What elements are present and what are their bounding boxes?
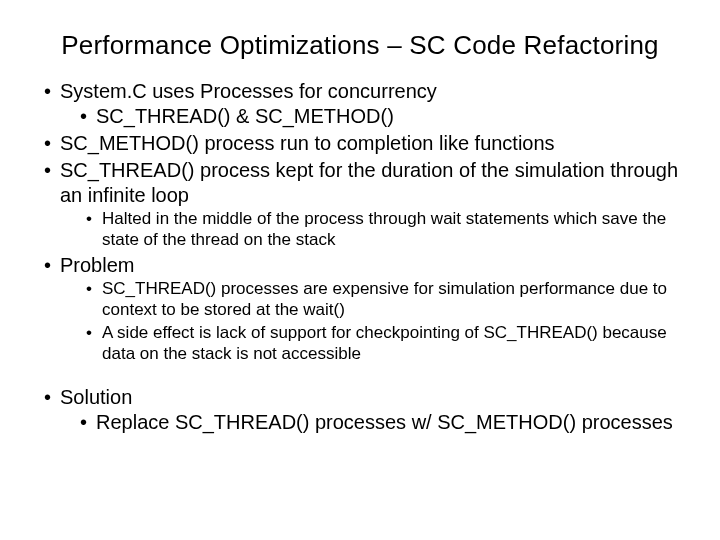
bullet-text: Replace SC_THREAD() processes w/ SC_METH… xyxy=(96,411,673,433)
bullet-item: SC_THREAD() processes are expensive for … xyxy=(102,278,684,321)
bullet-text: SC_THREAD() process kept for the duratio… xyxy=(60,159,678,206)
bullet-item: SC_METHOD() process run to completion li… xyxy=(60,131,684,156)
bullet-item: A side effect is lack of support for che… xyxy=(102,322,684,365)
bullet-item: Replace SC_THREAD() processes w/ SC_METH… xyxy=(96,410,684,435)
bullet-text: Problem xyxy=(60,254,134,276)
sub-list: SC_THREAD() & SC_METHOD() xyxy=(96,104,684,129)
bullet-text: A side effect is lack of support for che… xyxy=(102,323,667,363)
sub-list: Halted in the middle of the process thro… xyxy=(102,208,684,251)
bullet-list: System.C uses Processes for concurrency … xyxy=(60,79,684,365)
bullet-item: Solution Replace SC_THREAD() processes w… xyxy=(60,385,684,435)
bullet-text: Solution xyxy=(60,386,132,408)
slide: Performance Optimizations – SC Code Refa… xyxy=(0,0,720,540)
bullet-list: Solution Replace SC_THREAD() processes w… xyxy=(60,385,684,435)
bullet-item: SC_THREAD() & SC_METHOD() xyxy=(96,104,684,129)
bullet-item: System.C uses Processes for concurrency … xyxy=(60,79,684,129)
bullet-item: Halted in the middle of the process thro… xyxy=(102,208,684,251)
bullet-item: SC_THREAD() process kept for the duratio… xyxy=(60,158,684,251)
slide-title: Performance Optimizations – SC Code Refa… xyxy=(36,30,684,61)
sub-list: SC_THREAD() processes are expensive for … xyxy=(102,278,684,365)
bullet-text: Halted in the middle of the process thro… xyxy=(102,209,666,249)
bullet-text: SC_METHOD() process run to completion li… xyxy=(60,132,555,154)
bullet-text: SC_THREAD() & SC_METHOD() xyxy=(96,105,394,127)
sub-list: Replace SC_THREAD() processes w/ SC_METH… xyxy=(96,410,684,435)
bullet-item: Problem SC_THREAD() processes are expens… xyxy=(60,253,684,365)
bullet-text: SC_THREAD() processes are expensive for … xyxy=(102,279,667,319)
spacer xyxy=(36,367,684,385)
bullet-text: System.C uses Processes for concurrency xyxy=(60,80,437,102)
